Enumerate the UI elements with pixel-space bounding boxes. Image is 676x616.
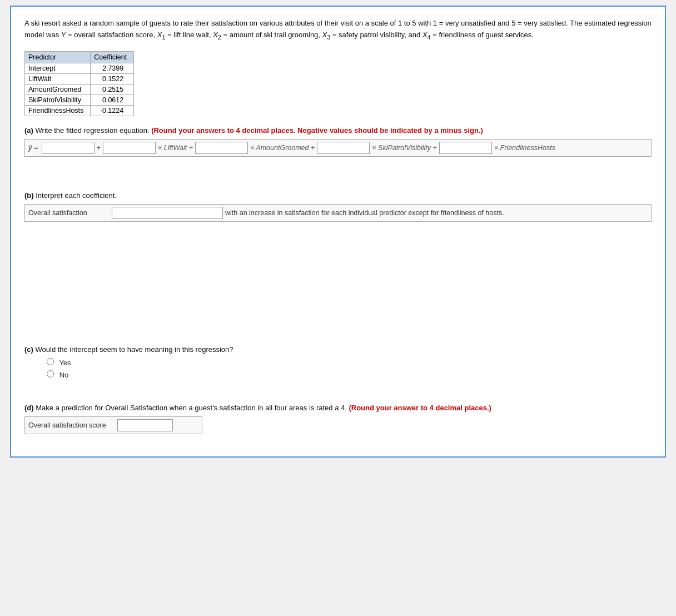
predictor-friendliness: FriendlinessHosts [25, 105, 91, 116]
predictor-liftwait: LiftWait [25, 73, 91, 84]
eq-sep3: × SkiPatrolVisibility + [372, 144, 437, 152]
radio-no[interactable] [47, 370, 54, 377]
table-row: FriendlinessHosts -0.1224 [25, 105, 134, 116]
eq-sep1: × LiftWait + [158, 144, 193, 152]
table-header-predictor: Predictor [25, 51, 91, 63]
amountgroomed-coef-input[interactable] [195, 142, 248, 154]
radio-no-label[interactable]: No [47, 370, 652, 379]
table-row: Intercept 2.7399 [25, 63, 134, 73]
intro-paragraph: A ski resort asked a random sample of gu… [24, 18, 652, 42]
regression-table: Predictor Coefficient Intercept 2.7399 L… [24, 51, 134, 116]
coef-friendliness: -0.1224 [91, 105, 134, 116]
table-header-coefficient: Coefficient [91, 51, 134, 63]
coef-amountgroomed: 0.2515 [91, 84, 134, 95]
part-b-label: (b) Interpret each coefficient. [24, 191, 652, 200]
radio-yes[interactable] [47, 358, 54, 365]
eq-label: ŷ = [28, 143, 38, 152]
satisfaction-score-input[interactable] [117, 419, 173, 431]
page-container: A ski resort asked a random sample of gu… [10, 6, 666, 458]
predictor-skipatrol: SkiPatrolVisibility [25, 95, 91, 105]
table-row: SkiPatrolVisibility 0.0612 [25, 95, 134, 105]
intercept-input[interactable] [42, 142, 95, 154]
predictor-amountgroomed: AmountGroomed [25, 84, 91, 95]
satisfaction-row: Overall satisfaction score [24, 416, 202, 434]
satisfaction-score-label: Overall satisfaction score [28, 421, 117, 429]
interpret-row: Overall satisfaction with an increase in… [24, 204, 652, 222]
liftwait-coef-input[interactable] [103, 142, 156, 154]
overall-satisfaction-label: Overall satisfaction [28, 209, 112, 217]
skipatrol-coef-input[interactable] [317, 142, 370, 154]
part-c-label: (c) Would the intercept seem to have mea… [24, 345, 652, 354]
part-d-label: (d) Make a prediction for Overall Satisf… [24, 404, 652, 412]
equation-row: ŷ = + × LiftWait + × AmountGroomed + × S… [24, 139, 652, 157]
table-row: AmountGroomed 0.2515 [25, 84, 134, 95]
radio-group: Yes No [47, 358, 652, 379]
interpret-input[interactable] [112, 207, 223, 219]
part-a-label: (a) Write the fitted regression equation… [24, 126, 652, 135]
eq-sep2: × AmountGroomed + [250, 144, 315, 152]
table-row: LiftWait 0.1522 [25, 73, 134, 84]
coef-liftwait: 0.1522 [91, 73, 134, 84]
eq-sep4: × FriendlinessHosts [494, 144, 555, 152]
coef-intercept: 2.7399 [91, 63, 134, 73]
radio-yes-label[interactable]: Yes [47, 358, 652, 367]
friendliness-coef-input[interactable] [439, 142, 492, 154]
coef-skipatrol: 0.0612 [91, 95, 134, 105]
trail-text: with an increase in satisfaction for eac… [225, 209, 504, 217]
predictor-intercept: Intercept [25, 63, 91, 73]
eq-plus: + [97, 144, 101, 152]
